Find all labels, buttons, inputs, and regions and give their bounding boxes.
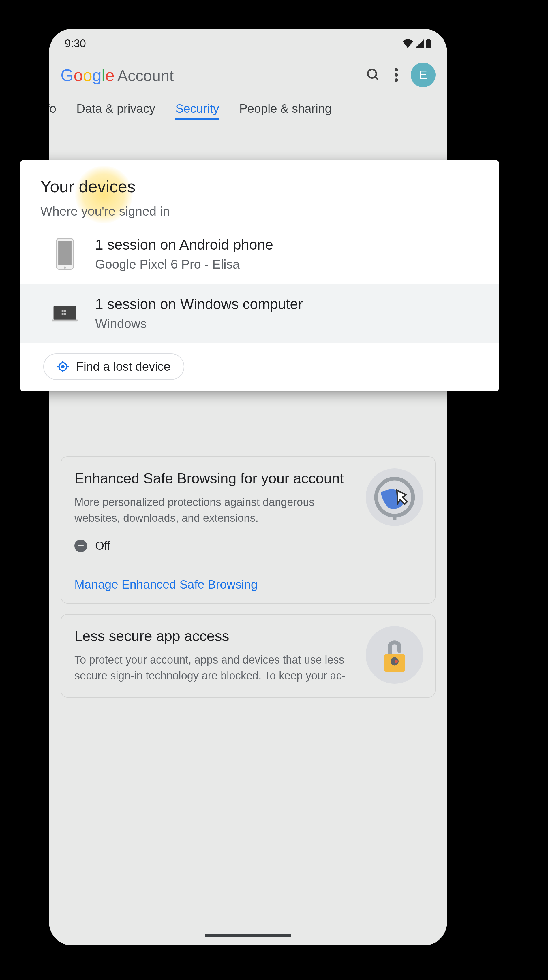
- google-logo-text: Google: [61, 65, 115, 85]
- svg-point-14: [64, 267, 66, 269]
- avatar-letter: E: [419, 68, 427, 82]
- devices-subtitle: Where you're signed in: [40, 204, 479, 218]
- globe-cursor-icon: [366, 468, 424, 526]
- svg-rect-17: [62, 310, 64, 312]
- device-secondary: Windows: [95, 317, 303, 331]
- target-icon: [57, 361, 68, 372]
- safe-browsing-footer[interactable]: Manage Enhanced Safe Browsing: [61, 566, 435, 603]
- cell-signal-icon: [415, 40, 424, 48]
- minus-circle-icon: [75, 539, 87, 552]
- svg-rect-16: [52, 319, 78, 321]
- tabs: fo Data & privacy Security People & shar…: [49, 96, 447, 125]
- status-time: 9:30: [65, 37, 86, 50]
- devices-title: Your devices: [40, 177, 479, 196]
- svg-point-5: [395, 73, 398, 77]
- less-secure-title: Less secure app access: [75, 628, 360, 644]
- battery-icon: [426, 39, 432, 48]
- device-row-android[interactable]: 1 session on Android phone Google Pixel …: [20, 224, 499, 284]
- svg-line-3: [375, 77, 378, 80]
- svg-point-2: [368, 70, 376, 78]
- svg-rect-15: [54, 306, 76, 319]
- wifi-icon: [403, 40, 413, 48]
- tab-people-sharing[interactable]: People & sharing: [239, 102, 332, 120]
- safe-browsing-card: Enhanced Safe Browsing for your account …: [61, 456, 435, 604]
- svg-point-22: [61, 365, 65, 368]
- device-row-windows[interactable]: 1 session on Windows computer Windows: [20, 284, 499, 343]
- app-title: Google Account: [61, 65, 359, 85]
- safe-browsing-status-row: Off: [75, 539, 360, 552]
- svg-rect-19: [62, 313, 64, 315]
- more-icon[interactable]: [388, 66, 405, 84]
- svg-rect-13: [58, 241, 72, 265]
- find-device-button[interactable]: Find a lost device: [43, 353, 184, 380]
- device-secondary: Google Pixel 6 Pro - Elisa: [95, 257, 273, 272]
- tab-security[interactable]: Security: [175, 102, 219, 120]
- content-cards: Enhanced Safe Browsing for your account …: [49, 456, 447, 698]
- svg-point-4: [395, 68, 398, 72]
- device-primary: 1 session on Android phone: [95, 236, 273, 253]
- status-bar: 9:30: [49, 29, 447, 53]
- svg-point-6: [395, 78, 398, 82]
- status-icons: [403, 39, 432, 48]
- devices-overlay: Your devices Where you're signed in 1 se…: [20, 160, 499, 391]
- avatar[interactable]: E: [411, 62, 435, 88]
- svg-point-11: [395, 660, 398, 663]
- account-label: Account: [117, 67, 174, 84]
- svg-rect-0: [426, 40, 431, 48]
- tab-data-privacy[interactable]: Data & privacy: [76, 102, 155, 120]
- safe-browsing-status: Off: [95, 539, 110, 552]
- find-device-label: Find a lost device: [76, 360, 170, 374]
- safe-browsing-desc: More personalized protections against da…: [75, 494, 360, 526]
- svg-rect-18: [64, 310, 66, 312]
- search-icon[interactable]: [365, 66, 382, 84]
- device-primary: 1 session on Windows computer: [95, 296, 303, 312]
- svg-rect-20: [64, 313, 66, 315]
- tab-partial[interactable]: fo: [49, 102, 56, 120]
- laptop-icon: [52, 302, 78, 324]
- less-secure-card: Less secure app access To protect your a…: [61, 614, 435, 698]
- nav-handle[interactable]: [205, 934, 291, 937]
- less-secure-desc: To protect your account, apps and device…: [75, 652, 360, 684]
- safe-browsing-link: Manage Enhanced Safe Browsing: [75, 578, 258, 591]
- app-header: Google Account E: [49, 53, 447, 96]
- phone-icon: [52, 238, 78, 270]
- svg-rect-1: [427, 39, 430, 40]
- unlock-icon: [366, 626, 424, 684]
- safe-browsing-title: Enhanced Safe Browsing for your account: [75, 470, 360, 487]
